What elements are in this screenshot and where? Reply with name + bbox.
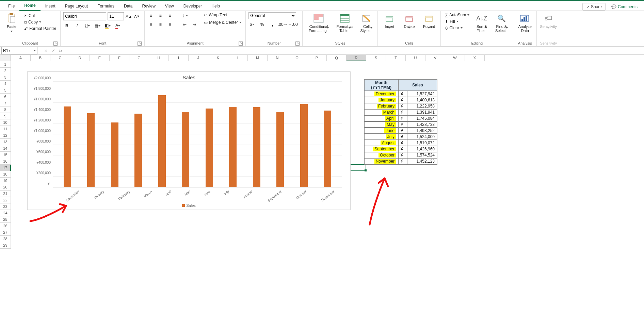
bar[interactable] (158, 95, 166, 187)
embedded-chart[interactable]: Sales ¥-¥200,000¥400,000¥600,000¥800,000… (27, 71, 351, 210)
col-header[interactable]: F (110, 55, 129, 61)
col-header[interactable]: L (228, 55, 248, 61)
find-select-button[interactable]: 🔍Find & Select (493, 12, 510, 33)
table-row[interactable]: July¥1,524,000 (364, 134, 437, 140)
name-box[interactable]: R17 (1, 47, 37, 54)
align-right-icon[interactable]: ≡ (166, 21, 173, 28)
col-header[interactable]: D (70, 55, 90, 61)
currency-icon[interactable]: $ (248, 21, 255, 28)
orientation-icon[interactable]: ⭭ (181, 12, 188, 19)
col-header[interactable]: A (11, 55, 31, 61)
bar[interactable] (111, 122, 118, 187)
col-header[interactable]: B (31, 55, 50, 61)
row-header[interactable]: 6 (0, 94, 11, 100)
row-header[interactable]: 7 (0, 100, 11, 106)
row-header[interactable]: 8 (0, 106, 11, 113)
table-row[interactable]: October¥1,574,524 (364, 152, 437, 158)
merge-center-button[interactable]: ▭Merge & Center (203, 20, 243, 25)
grow-font-icon[interactable]: A▲ (125, 13, 132, 20)
col-header[interactable]: I (169, 55, 189, 61)
fill-button[interactable]: ⬇Fill (444, 19, 471, 24)
formula-bar[interactable] (64, 47, 644, 54)
table-row[interactable]: February¥1,222,958 (364, 103, 437, 109)
indent-inc-icon[interactable]: ⇥ (191, 21, 198, 28)
select-all-corner[interactable] (0, 55, 11, 61)
sensitivity-button[interactable]: 🏷Sensitivity (540, 12, 557, 33)
col-header[interactable]: Q (327, 55, 347, 61)
row-header[interactable]: 12 (0, 132, 11, 139)
percent-icon[interactable]: % (259, 21, 265, 28)
copy-button[interactable]: ⧉Copy (22, 19, 58, 25)
col-header[interactable]: T (386, 55, 406, 61)
clipboard-dialog-icon[interactable]: ↘ (53, 42, 58, 46)
analyze-data-button[interactable]: Analyze Data (516, 12, 534, 33)
cancel-formula-icon[interactable]: ✕ (44, 48, 48, 53)
font-color-button[interactable]: A (114, 22, 121, 29)
row-header[interactable]: 19 (0, 178, 11, 184)
table-row[interactable]: September¥1,426,960 (364, 146, 437, 152)
font-dialog-icon[interactable]: ↘ (138, 42, 142, 46)
tab-insert[interactable]: Insert (41, 2, 60, 11)
row-header[interactable]: 29 (0, 242, 11, 249)
bar[interactable] (206, 109, 213, 187)
col-header[interactable]: R (347, 55, 366, 61)
col-header[interactable]: C (50, 55, 70, 61)
bar[interactable] (87, 113, 95, 187)
row-header[interactable]: 18 (0, 171, 11, 178)
fill-handle[interactable] (365, 169, 367, 171)
row-header[interactable]: 20 (0, 184, 11, 191)
cut-button[interactable]: ✂Cut (22, 13, 58, 18)
conditional-formatting-button[interactable]: Conditional Formatting (305, 12, 332, 33)
shrink-font-icon[interactable]: A▼ (133, 13, 140, 20)
row-header[interactable]: 26 (0, 223, 11, 229)
bar[interactable] (182, 112, 189, 187)
col-header[interactable]: S (366, 55, 386, 61)
delete-button[interactable]: Delete (400, 12, 418, 33)
row-header[interactable]: 1 (0, 61, 11, 68)
col-header[interactable]: O (287, 55, 307, 61)
worksheet-grid[interactable]: 1234567891011121314151617181920212223242… (0, 55, 644, 249)
bar[interactable] (300, 104, 308, 187)
row-header[interactable]: 13 (0, 139, 11, 145)
row-header[interactable]: 16 (0, 158, 11, 165)
col-header[interactable]: P (307, 55, 327, 61)
row-header[interactable]: 5 (0, 87, 11, 94)
col-header[interactable]: E (90, 55, 110, 61)
bar[interactable] (276, 112, 284, 187)
data-table[interactable]: Month (YYYYMM)Sales December¥1,527,942Ja… (364, 79, 437, 165)
format-button[interactable]: Format (420, 12, 438, 33)
align-top-icon[interactable]: ≡ (147, 12, 154, 19)
bar[interactable] (64, 106, 71, 187)
col-header[interactable]: H (149, 55, 169, 61)
align-middle-icon[interactable]: ≡ (157, 12, 164, 19)
row-header[interactable]: 23 (0, 203, 11, 210)
table-row[interactable]: June¥1,493,252 (364, 128, 437, 134)
row-header[interactable]: 11 (0, 126, 11, 132)
table-row[interactable]: January¥1,400,613 (364, 97, 437, 103)
insert-button[interactable]: Insert (381, 12, 398, 33)
table-row[interactable]: April¥1,745,084 (364, 115, 437, 121)
row-header[interactable]: 27 (0, 229, 11, 236)
align-bottom-icon[interactable]: ≡ (166, 12, 173, 19)
tab-data[interactable]: Data (119, 2, 137, 11)
bar[interactable] (324, 111, 331, 187)
col-header[interactable]: V (425, 55, 445, 61)
format-painter-button[interactable]: 🖌Format Painter (22, 26, 58, 31)
row-header[interactable]: 24 (0, 210, 11, 216)
col-header[interactable]: J (189, 55, 208, 61)
bar[interactable] (134, 114, 142, 187)
sort-filter-button[interactable]: A↓ZSort & Filter (473, 12, 490, 33)
comma-icon[interactable]: , (269, 21, 276, 28)
table-row[interactable]: November¥1,452,123 (364, 158, 437, 164)
col-header[interactable]: N (268, 55, 287, 61)
row-header[interactable]: 14 (0, 145, 11, 152)
autosum-button[interactable]: ∑AutoSum (444, 12, 471, 18)
fx-icon[interactable]: fx (59, 48, 62, 53)
tab-review[interactable]: Review (137, 2, 160, 11)
row-header[interactable]: 10 (0, 119, 11, 126)
col-header[interactable]: K (208, 55, 228, 61)
tab-help[interactable]: Help (207, 2, 225, 11)
bar[interactable] (229, 107, 237, 187)
row-header[interactable]: 9 (0, 113, 11, 119)
tab-page-layout[interactable]: Page Layout (60, 2, 93, 11)
